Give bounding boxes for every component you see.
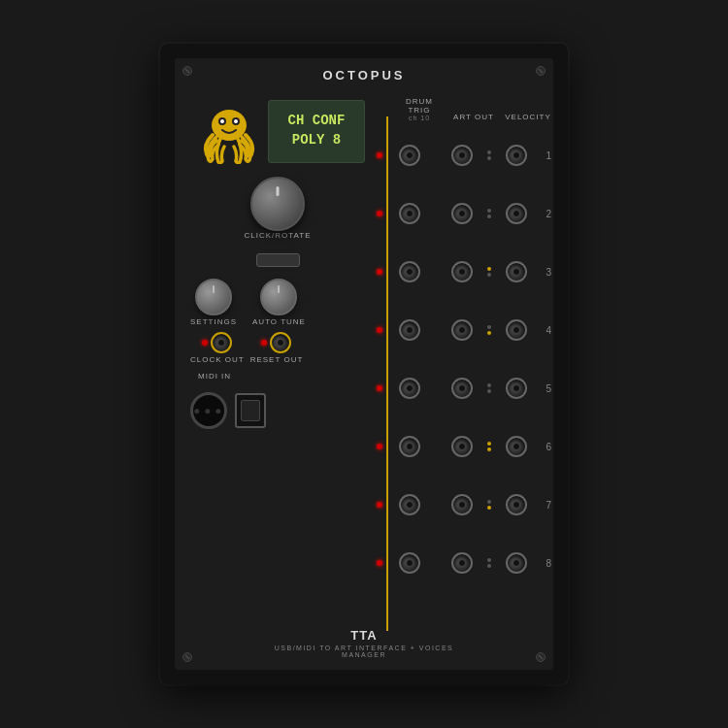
row8-art-jack[interactable] (451, 552, 473, 574)
row7-vel-jack[interactable] (506, 494, 527, 515)
din-midi-connector[interactable] (190, 392, 227, 429)
row5-drum-jack[interactable] (399, 378, 420, 399)
voice-row-1: 1 (373, 127, 551, 183)
screw-br (536, 652, 546, 662)
row2-vel-jack[interactable] (506, 203, 527, 224)
row6-dots (487, 442, 491, 451)
row1-drum-jack[interactable] (399, 145, 420, 166)
row1-num: 1 (540, 150, 551, 161)
row3-drum-jack[interactable] (399, 261, 420, 282)
brand-subtitle: USB/MIDI TO ART INTERFACE + VOICES MANAG… (270, 645, 459, 658)
reset-out-jack[interactable] (270, 332, 291, 353)
drum-trig-label: DRUM TRIG (396, 97, 443, 115)
row6-dot1 (487, 442, 491, 446)
gold-line (386, 116, 388, 631)
row7-led (377, 502, 382, 508)
screw-tl (182, 66, 192, 76)
row5-num: 5 (540, 383, 551, 394)
svg-point-4 (234, 119, 238, 123)
row6-drum-jack[interactable] (399, 436, 420, 457)
row3-led (377, 269, 382, 275)
row4-vel-jack[interactable] (506, 319, 527, 341)
auto-tune-knob[interactable] (260, 279, 297, 315)
row1-vel-jack[interactable] (506, 145, 527, 166)
row8-vel-jack[interactable] (506, 552, 527, 574)
row4-dots (487, 325, 491, 335)
col-vel-header: VELOCITY (505, 113, 551, 121)
reset-out-group: RESET OUT (250, 332, 304, 364)
col-drum-header: DRUM TRIG ch 10 (396, 97, 443, 121)
row5-art-jack[interactable] (451, 378, 473, 399)
slider-button[interactable] (256, 253, 300, 267)
voice-row-2: 2 (373, 185, 551, 242)
display-line1: CH CONF (288, 112, 346, 131)
row1-led (377, 152, 382, 158)
row2-art-jack[interactable] (451, 203, 473, 224)
voice-rows: 1 2 (373, 127, 551, 591)
settings-label: SETTINGS (190, 317, 237, 326)
row5-vel-jack[interactable] (506, 378, 527, 399)
row1-art-jack[interactable] (451, 145, 473, 166)
click-rotate-area: CLICK/ROTATE (190, 177, 365, 240)
row6-num: 6 (540, 442, 551, 452)
row3-num: 3 (540, 267, 551, 278)
clock-out-jack[interactable] (211, 332, 232, 353)
voice-row-7: 7 (373, 477, 551, 533)
row8-drum-jack[interactable] (399, 552, 420, 574)
row3-dot2 (487, 273, 491, 277)
reset-out-led (261, 340, 267, 346)
clock-out-controls (202, 332, 232, 353)
row1-dot1 (487, 150, 491, 154)
row7-dot2 (487, 506, 491, 510)
usb-connector[interactable] (235, 393, 266, 428)
clock-out-label: CLOCK OUT (190, 355, 245, 364)
row4-art-jack[interactable] (451, 319, 473, 341)
row7-dots (487, 500, 491, 510)
voice-row-4: 4 (373, 302, 551, 358)
row2-num: 2 (540, 209, 551, 219)
row3-art-jack[interactable] (451, 261, 473, 282)
midi-connectors (190, 392, 266, 429)
row2-led (377, 211, 382, 216)
auto-tune-label: AUTO TUNE (252, 317, 306, 326)
col-art-header: ART OUT (450, 113, 497, 121)
midi-in-label: MIDI IN (198, 372, 231, 381)
row5-led (377, 385, 382, 391)
column-headers: DRUM TRIG ch 10 ART OUT VELOCITY (373, 97, 551, 121)
click-rotate-label: CLICK/ROTATE (244, 231, 311, 240)
module-outer: OCTOPUS (160, 44, 568, 684)
display-line2: POLY 8 (292, 131, 341, 150)
row2-dots (487, 209, 491, 218)
row2-dot2 (487, 215, 491, 218)
row5-dots (487, 383, 491, 393)
svg-point-3 (220, 119, 224, 123)
settings-knob[interactable] (195, 279, 232, 315)
auto-tune-group: AUTO TUNE (252, 279, 306, 326)
left-section: CH CONF POLY 8 CLICK/ROTATE (190, 97, 365, 641)
voice-row-3: 3 (373, 244, 551, 300)
settings-autotune-row: SETTINGS AUTO TUNE (190, 279, 365, 326)
main-content: CH CONF POLY 8 CLICK/ROTATE (190, 97, 538, 641)
row2-drum-jack[interactable] (399, 203, 420, 224)
row7-dot1 (487, 500, 491, 504)
row8-led (377, 560, 382, 566)
row4-dot2 (487, 331, 491, 335)
row5-dot1 (487, 383, 491, 387)
row7-art-jack[interactable] (451, 494, 473, 515)
row5-dot2 (487, 389, 491, 393)
row6-art-jack[interactable] (451, 436, 473, 457)
display-area: CH CONF POLY 8 (190, 97, 365, 165)
row6-vel-jack[interactable] (506, 436, 527, 457)
row4-drum-jack[interactable] (399, 319, 420, 341)
row8-dots (487, 558, 491, 568)
drum-ch-label: ch 10 (396, 115, 443, 121)
right-section: DRUM TRIG ch 10 ART OUT VELOCITY (365, 97, 551, 641)
voice-row-5: 5 (373, 360, 551, 416)
row7-drum-jack[interactable] (399, 494, 420, 515)
click-rotate-knob[interactable] (250, 177, 305, 231)
row6-dot2 (487, 447, 491, 451)
row3-vel-jack[interactable] (506, 261, 527, 282)
row4-dot1 (487, 325, 491, 329)
octopus-icon (193, 98, 266, 164)
display-screen: CH CONF POLY 8 (268, 100, 365, 163)
